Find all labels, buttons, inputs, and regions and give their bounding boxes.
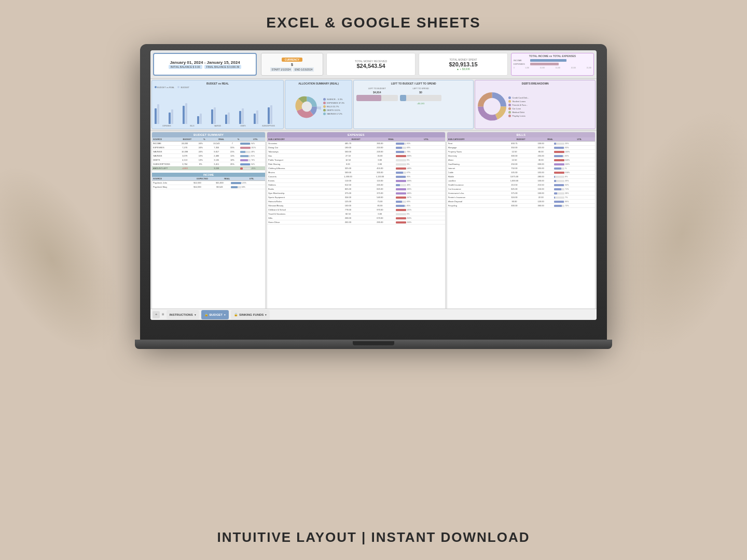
exp-row: Home Décor263.33295.00150% — [267, 220, 445, 225]
bill-row: Renter's Insurance324.0022.007% — [447, 195, 595, 200]
budget-summary-panel: BUDGET SUMMARY SOURCE BUDGET % REAL % UT… — [151, 132, 266, 319]
date-fields: START 1/1/2024 END 1/15/2024 — [270, 67, 314, 72]
spreadsheet: January 01, 2024 - January 15, 2024 INIT… — [150, 50, 597, 320]
sinking-lock-icon: 🔒 — [234, 313, 238, 316]
tab-budget-label: BUDGET — [210, 313, 223, 316]
pie-legend: SUBSCR... 3.3% EXPENSES 37.3% BILLS 31.7… — [323, 98, 344, 115]
charts-row: BUDGET vs REAL BUDGET vs REAL BUDGET — [150, 79, 597, 131]
svg-point-2 — [486, 100, 499, 113]
laptop-screen: January 01, 2024 - January 15, 2024 INIT… — [150, 50, 597, 320]
initial-balance: INITIAL BALANCE $ 0.00 — [169, 65, 202, 69]
exp-row: Travel & Vacations82.500.000% — [267, 212, 445, 216]
total-spent-value: $20,913.15 — [449, 61, 477, 67]
laptop-base — [135, 340, 612, 349]
total-received-stat: TOTAL MONEY RECEIVED $24,543.54 — [326, 53, 416, 76]
budget-row-expenses: EXPENSES 7,270 24% 7,350 31% 101% — [152, 146, 265, 150]
budget-vs-real-chart: BUDGET vs REAL BUDGET vs REAL BUDGET — [151, 80, 284, 129]
exp-row: Gym Membership375.00375.00100% — [267, 191, 445, 195]
tab-budget[interactable]: 🔒 BUDGET ▾ — [201, 310, 229, 319]
budget-row-savings2: SAVINGS 3,079 10% 2,480 11% 81% — [152, 154, 265, 158]
bar-legend: BUDGET vs REAL BUDGET — [154, 86, 282, 89]
allocation-chart: ALLOCATION SUMMARY (REAL) — [285, 80, 352, 129]
exp-row: Hobbies612.50245.0040% — [267, 183, 445, 187]
budget-summary-title: BUDGET SUMMARY — [152, 132, 265, 137]
currency-box: CURRENCY $ START 1/1/2024 END 1/15/2024 — [261, 53, 323, 76]
bill-row: Homeowner's Ins.375.00160.0028% — [447, 191, 595, 195]
bill-row: Cable105.00105.00558% — [447, 171, 595, 175]
bill-row: Recycling300.00360.0072% — [447, 204, 595, 208]
total-income-box: TOTAL INCOME vs TOTAL EXPENSES INCOME EX… — [511, 53, 594, 76]
bill-row: Waste Disposal90.00120.0096% — [447, 200, 595, 204]
balance-row: INITIAL BALANCE $ 0.00 FINAL BALANCE $ 3… — [169, 65, 242, 69]
date-range-box: January 01, 2024 - January 15, 2024 INIT… — [153, 53, 257, 76]
exp-row: Movies500.00335.0067% — [267, 171, 445, 175]
income-sub-title: INCOME — [152, 173, 265, 177]
bills-header: SUB-CATEGORY BUDGET REAL UTIL — [447, 137, 595, 142]
income-row-mary: Paycheck Mary $14,000 $9,543 68% — [152, 185, 265, 189]
laptop-body: January 01, 2024 - January 15, 2024 INIT… — [140, 44, 607, 340]
debts-title: DEBTS BREAKDOWN — [477, 82, 593, 85]
income-bar-label: INCOME — [514, 59, 529, 62]
bg-decoration-left — [0, 144, 149, 375]
tab-instructions[interactable]: INSTRUCTIONS ▾ — [167, 310, 199, 319]
left-to-budget-bar — [356, 95, 398, 101]
exp-row: Childcare & School778.00970.00125% — [267, 208, 445, 212]
bill-row: Car Insurance825.00150.0071% — [447, 187, 595, 191]
bill-row: Mobile3,675.00280.008% — [447, 175, 595, 179]
left-budget-chart: LEFT TO BUDGET / LEFT TO SPEND LEFT TO B… — [353, 80, 474, 129]
svg-point-1 — [302, 102, 312, 112]
budget-chevron-icon: ▾ — [224, 313, 226, 316]
end-date-field: END 1/15/2024 — [293, 67, 314, 72]
add-sheet-button[interactable]: + — [153, 311, 160, 318]
budget-row-amount-left: AMOUNT LEFT -4,813 3,150 -25% — [152, 166, 265, 171]
exp-row: Skincare/Beauty100.0085.0085% — [267, 204, 445, 208]
left-to-spend-label: LEFT TO SPEND — [412, 87, 428, 90]
expenses-bar-row: EXPENSES — [514, 63, 591, 65]
date-range-text: January 01, 2024 - January 15, 2024 — [170, 60, 240, 65]
bill-row: Gas/Heating250.00600.00100% — [447, 162, 595, 166]
allocation-title: ALLOCATION SUMMARY (REAL) — [287, 82, 350, 85]
income-header: SOURCE EXPECTED REAL UTIL — [152, 177, 265, 181]
budget-row-income: INCOME 24,000 24% 24,543 7 94% — [152, 142, 265, 146]
exp-row: Concerts1,200.001,133.0095% — [267, 175, 445, 179]
exp-row: Dining Out190.00210.0060% — [267, 146, 445, 150]
total-spent-sub: ▲ + $3,630 — [457, 67, 470, 71]
bill-row: Mortgage350.00325.0093% — [447, 146, 595, 150]
exp-row: Sports Equipment324.00540.00167% — [267, 195, 445, 200]
budget-lock-icon: 🔒 — [204, 313, 208, 316]
page-top-title: EXCEL & GOOGLE SHEETS — [0, 0, 747, 31]
bill-row: Electricity300.00235.0083% — [447, 154, 595, 158]
expenses-bar — [530, 63, 559, 65]
bill-row: Internet750.00935.00% — [447, 166, 595, 171]
exp-row: Haircuts/Salon125.0075.0060% — [267, 200, 445, 204]
bills-panel: BILLS SUB-CATEGORY BUDGET REAL UTIL Rent… — [447, 132, 596, 319]
expenses-header: SUB-CATEGORY BUDGET REAL UTIL — [267, 137, 445, 142]
debts-legend: Credit Card Deb... Student Loans Friends… — [508, 96, 529, 117]
sheet-menu-icon[interactable]: ≡ — [162, 312, 164, 317]
debts-donut — [478, 92, 506, 121]
income-bar — [530, 59, 566, 62]
left-to-budget-value: $4,914 — [373, 91, 381, 94]
currency-value: $ — [291, 63, 293, 66]
expenses-title: EXPENSES — [267, 132, 445, 137]
page-bottom-title: INTUITIVE LAYOUT | INSTANT DOWNLOAD — [0, 529, 747, 545]
tab-bar: + ≡ INSTRUCTIONS ▾ 🔒 BUDGET ▾ 🔒 SINKING … — [150, 309, 597, 320]
tab-sinking-funds[interactable]: 🔒 SINKING FUNDS ▾ — [231, 310, 270, 319]
left-to-spend-container: LEFT TO SPEND $0 +$1,241 — [400, 87, 441, 126]
exp-row: Public Transport12.500.000% — [267, 158, 445, 162]
start-date-field: START 1/1/2024 — [270, 67, 293, 72]
budget-row-savings1: SAVINGS 10,398 24% 9,017 21% 48% — [152, 150, 265, 154]
bill-row: Property Taxes12.5080.00145% — [447, 150, 595, 154]
exp-row: Gifts268.00670.00250% — [267, 216, 445, 220]
exp-row: Gas27.5035.00200% — [267, 154, 445, 158]
income-subsection: INCOME SOURCE EXPECTED REAL UTIL Paychec… — [152, 173, 265, 189]
budget-row-debts: DEBTS 4,113 13% 3,135 13% 76% — [152, 158, 265, 162]
bill-row: Rent493.75100.0020% — [447, 142, 595, 146]
debts-chart: DEBTS BREAKDOWN Credit C — [475, 80, 596, 129]
bill-row: Water12.5030.00640% — [447, 158, 595, 162]
bills-title: BILLS — [447, 132, 595, 137]
budget-vs-real-title: BUDGET vs REAL — [154, 82, 282, 85]
bar-chart-area — [154, 90, 282, 125]
bill-row: Health Insurance213.50213.5094% — [447, 183, 595, 187]
pie-container: SUBSCR... 3.3% EXPENSES 37.3% BILLS 31.7… — [287, 86, 350, 127]
